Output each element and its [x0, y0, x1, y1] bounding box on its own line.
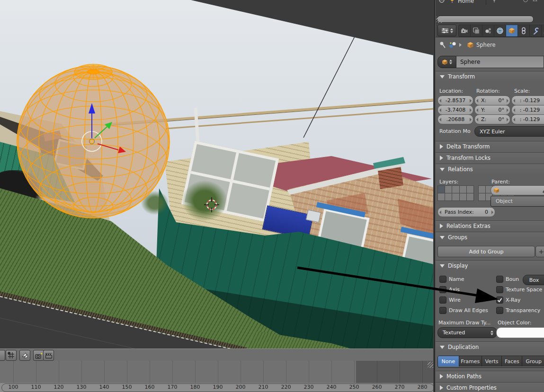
tab-scene[interactable]: [482, 25, 494, 36]
add-to-group-button[interactable]: Add to Group: [437, 246, 535, 257]
layer-toggle[interactable]: [466, 193, 474, 201]
object-color-swatch[interactable]: [496, 327, 544, 338]
panel-header-relations-extras[interactable]: Relations Extras: [436, 220, 544, 231]
lamp-icon: [449, 0, 455, 5]
mesh-icon: [438, 0, 445, 5]
tab-render[interactable]: [459, 25, 471, 36]
panel-header-custom-properties[interactable]: Custom Properties: [436, 382, 544, 392]
scale-z-field[interactable]: : -0.129: [511, 114, 544, 124]
3d-cursor: [204, 197, 219, 212]
layer-toggle[interactable]: [445, 185, 452, 193]
panel-header-transform-locks[interactable]: Transform Locks: [436, 152, 544, 163]
tab-world[interactable]: [494, 25, 506, 36]
layer-toggle[interactable]: [452, 185, 459, 193]
parent-type-dropdown[interactable]: Object: [490, 196, 544, 207]
tab-render-layers[interactable]: [471, 25, 482, 36]
region-resize-corner[interactable]: [436, 17, 442, 23]
rotation-y-field[interactable]: Y:0°: [474, 105, 510, 115]
layer-toggle[interactable]: [452, 193, 459, 201]
parent-label: Parent:: [491, 179, 510, 185]
panel-header-duplication[interactable]: Duplication: [436, 341, 544, 352]
duplication-option-frames[interactable]: Frames: [459, 356, 482, 366]
location-label: Location:: [439, 88, 463, 94]
layer-toggle[interactable]: [478, 185, 486, 193]
checkbox-bounds[interactable]: [496, 276, 503, 283]
timeline-editor[interactable]: 1001101201301401501601701801902002102202…: [0, 348, 436, 392]
checkbox-wire[interactable]: [439, 296, 446, 304]
3d-viewport[interactable]: [0, 0, 436, 348]
layer-toggle[interactable]: [437, 185, 445, 193]
checkbox-label: Wire: [449, 297, 461, 303]
properties-panel: Home: [436, 0, 544, 392]
timeline-bird-button[interactable]: [19, 350, 30, 361]
bounds-type-dropdown[interactable]: Box: [523, 275, 544, 285]
add-group-plus-button[interactable]: +: [535, 246, 544, 257]
timeline-clapperboard-button[interactable]: [43, 350, 54, 361]
panel-header-relations[interactable]: Relations: [436, 164, 544, 174]
layer-toggle[interactable]: [459, 185, 467, 193]
editor-divider[interactable]: [433, 0, 436, 392]
duplication-option-verts[interactable]: Verts: [482, 356, 502, 366]
tab-constraints[interactable]: [518, 25, 530, 36]
layer-toggle[interactable]: [437, 193, 445, 201]
max-draw-type-dropdown[interactable]: Textured: [437, 327, 497, 338]
tab-data[interactable]: [542, 25, 544, 36]
timeline-gridline: [218, 361, 218, 383]
editor-type-selector[interactable]: [437, 25, 456, 36]
panel-header-display[interactable]: Display: [436, 260, 544, 271]
timeline-gridline: [263, 361, 264, 383]
breadcrumb-object-label[interactable]: Sphere: [476, 42, 496, 48]
panel-header-groups[interactable]: Groups: [436, 232, 544, 243]
rotation-x-field[interactable]: X:0°: [474, 96, 510, 105]
outliner-separator: [486, 0, 486, 5]
panel-header-delta-transform[interactable]: Delta Transform: [436, 141, 544, 152]
timeline-editor-type-button[interactable]: [0, 350, 5, 361]
layer-toggle[interactable]: [445, 193, 452, 201]
rotation-z-field[interactable]: Z:0°: [474, 114, 510, 124]
timeline-camera-button[interactable]: [33, 350, 44, 361]
location-y-field[interactable]: -3.7408: [437, 105, 473, 115]
panel-title: Delta Transform: [446, 143, 490, 150]
horizontal-scrollbar[interactable]: [437, 16, 534, 23]
timeline-track[interactable]: [0, 361, 436, 383]
layer-toggle[interactable]: [478, 193, 486, 201]
pin-icon[interactable]: [439, 41, 446, 49]
timeline-ruler[interactable]: 1001101201301401501601701801902002102202…: [0, 383, 436, 392]
scale-x-field[interactable]: : -0.129: [511, 96, 544, 105]
parent-object-field[interactable]: [490, 185, 544, 195]
rotation-mode-dropdown[interactable]: XYZ Euler: [474, 126, 544, 137]
panel-header-motion-paths[interactable]: Motion Paths: [436, 371, 544, 382]
scale-y-field[interactable]: : -0.129: [511, 105, 544, 115]
checkbox-label: Boun: [506, 276, 519, 282]
layer-toggle[interactable]: [459, 193, 467, 201]
checkbox-label: X-Ray: [506, 297, 521, 303]
checkbox-transparency[interactable]: [496, 307, 503, 314]
timeline-grid-button[interactable]: [6, 350, 17, 361]
object-color-label: Object Color:: [498, 320, 532, 326]
panel-title: Groups: [448, 234, 467, 241]
outliner-item-label[interactable]: Home: [458, 0, 474, 4]
pass-index-field[interactable]: Pass Index: 0: [437, 207, 495, 217]
layer-toggle[interactable]: [466, 185, 474, 193]
tab-modifiers[interactable]: [530, 25, 542, 36]
location-z-field[interactable]: .20688: [437, 114, 473, 124]
frame-label: 110: [27, 384, 45, 390]
panel-header-transform[interactable]: Transform: [436, 71, 544, 82]
duplication-option-faces[interactable]: Faces: [502, 356, 522, 366]
checkbox-xray[interactable]: [496, 296, 503, 304]
checkbox-draw-all-edges[interactable]: [439, 307, 446, 314]
object-name-input[interactable]: Sphere: [456, 56, 544, 68]
checkbox-texture-space[interactable]: [496, 286, 503, 293]
frame-label: 140: [95, 384, 114, 390]
panel-title: Relations: [448, 166, 473, 173]
name-field-icon-box[interactable]: [437, 56, 456, 68]
frame-label: 160: [140, 384, 159, 390]
tab-object[interactable]: [506, 25, 518, 36]
duplication-option-none[interactable]: None: [438, 356, 459, 366]
location-x-field[interactable]: -2.8537: [437, 96, 473, 105]
frame-label: 250: [345, 384, 364, 390]
checkbox-name[interactable]: [439, 276, 446, 283]
duplication-option-group[interactable]: Group: [522, 356, 544, 366]
frame-label: 180: [186, 384, 205, 390]
checkbox-axis[interactable]: [439, 286, 446, 293]
